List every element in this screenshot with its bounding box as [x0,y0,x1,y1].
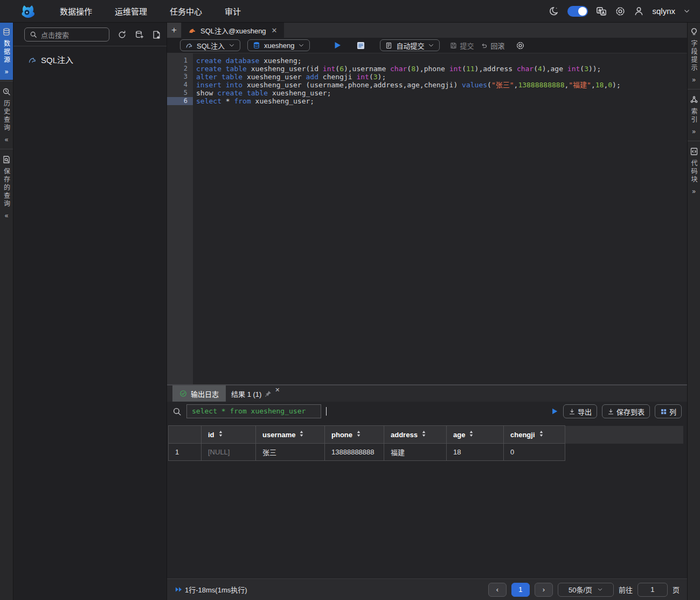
rail-item-保存的查询[interactable]: 保存的查询« [0,150,13,224]
table-cell[interactable]: 18 [447,444,504,461]
language-switch-icon[interactable] [596,6,607,17]
table-cell[interactable]: 张三 [256,444,325,461]
column-header-label: phone [331,431,352,439]
pin-icon[interactable] [265,390,272,397]
column-header-age[interactable]: age [447,426,504,444]
table-cell[interactable]: 13888888888 [325,444,384,461]
editor-gutter: 123456 [167,53,193,384]
rail-item-索引[interactable]: 索引» [688,91,700,140]
topbar-menu-1[interactable]: 运维管理 [103,5,158,17]
table-row[interactable]: 1[NULL]张三13888888888福建180 [169,444,684,461]
goto-page-input[interactable]: 1 [637,583,668,597]
table-cell[interactable]: 1 [169,444,202,461]
column-header-phone[interactable]: phone [325,426,384,444]
table-cell[interactable]: 0 [504,444,565,461]
database-select[interactable]: xuesheng [247,39,310,51]
topbar-menu-2[interactable]: 任务中心 [158,5,213,17]
rail-collapse-arrow[interactable]: » [692,188,696,195]
sort-arrows-icon[interactable] [218,430,224,437]
column-header-username[interactable]: username [256,426,325,444]
rail-collapse-arrow[interactable]: « [5,212,9,219]
chevron-down-icon [597,587,603,592]
next-page-button[interactable]: › [535,583,553,597]
table-cell[interactable]: 福建 [384,444,447,461]
datasource-tree-item[interactable]: SQL注入 [13,46,167,65]
result-tab-label: 结果 1 (1) [231,389,261,399]
sql-editor[interactable]: 123456 create database xuesheng;create t… [167,53,687,384]
column-header-address[interactable]: address [384,426,447,444]
rollback-button[interactable]: 回滚 [481,40,504,51]
mysql-dolphin-icon [28,56,37,64]
sort-arrows-icon[interactable] [356,430,362,437]
editor-settings-gear-icon[interactable] [516,41,525,50]
add-datasource-icon[interactable] [135,30,144,39]
rail-item-label: 历史查询 [2,100,11,132]
prev-page-button[interactable]: ‹ [488,583,507,597]
code-line: insert into xuesheng_user (username,phon… [196,81,687,89]
rail-collapse-arrow[interactable]: » [692,76,696,84]
table-cell[interactable]: [NULL] [202,444,256,461]
user-avatar-icon[interactable] [634,6,644,16]
rail-item-字段提示[interactable]: 字段提示» [688,23,700,88]
rail-divider [688,141,700,141]
result-table[interactable]: idusernamephoneaddressagechengji 1[NULL]… [168,425,683,461]
rail-divider [688,89,700,89]
results-panel: 输出日志 结果 1 (1) ✕ select * from xuesheng_u… [167,384,687,600]
editor-code[interactable]: create database xuesheng;create table xu… [193,53,687,384]
editor-toolbar: SQL注入 xuesheng 自动提交 提交 [167,38,687,53]
commit-mode-value: 自动提交 [396,40,424,51]
theme-toggle[interactable] [567,6,588,17]
sort-arrows-icon[interactable] [468,430,474,437]
user-menu-chevron-down-icon[interactable] [683,8,690,15]
page-size-select[interactable]: 50条/页 [558,583,614,597]
tree-search-input[interactable]: 点击搜索 [24,27,109,42]
sort-arrows-icon[interactable] [299,430,304,437]
execution-plan-icon[interactable] [356,41,365,50]
rail-item-数据源[interactable]: 数据源» [0,23,13,80]
code-line: show create table xuesheng_user; [196,89,687,97]
save-to-table-button[interactable]: 保存到表 [602,404,650,418]
output-log-tab[interactable]: 输出日志 [172,385,226,402]
search-placeholder: 点击搜索 [41,30,69,40]
editor-tab-active[interactable]: SQL注入@xuesheng ✕ [182,23,284,38]
sort-arrows-icon[interactable] [538,430,544,437]
export-button[interactable]: 导出 [563,404,597,418]
sort-arrows-icon[interactable] [421,430,427,437]
rail-item-label: 数据源 [2,40,11,64]
settings-gear-icon[interactable] [615,6,626,17]
commit-mode-select[interactable]: 自动提交 [380,39,440,51]
column-header-id[interactable]: id [202,426,256,444]
filter-run-button[interactable] [551,408,558,415]
save-to-table-label: 保存到表 [616,406,644,417]
topbar-menu-0[interactable]: 数据操作 [48,5,103,17]
new-query-file-icon[interactable] [152,30,161,39]
rail-item-历史查询[interactable]: 历史查询« [0,82,13,148]
result-grid-area: idusernamephoneaddressagechengji 1[NULL]… [167,421,687,578]
column-header-label: chengji [510,431,535,439]
topbar-menu-3[interactable]: 审计 [213,5,252,17]
rail-item-代码块[interactable]: 代码块» [688,142,700,199]
tab-close-icon[interactable]: ✕ [272,26,278,35]
database-blue-icon [253,42,260,49]
new-tab-button[interactable]: + [167,23,182,38]
result-tab[interactable]: 结果 1 (1) ✕ [226,385,286,402]
rail-collapse-arrow[interactable]: « [5,136,9,143]
code-line: select * from xuesheng_user; [196,97,687,105]
current-page-button[interactable]: 1 [511,583,530,597]
rail-collapse-arrow[interactable]: » [692,128,696,135]
row-filler [565,444,684,461]
rail-divider [0,149,13,149]
connection-select[interactable]: SQL注入 [180,39,240,51]
result-tab-close-icon[interactable]: ✕ [275,387,280,394]
history-search-icon [2,87,11,96]
column-header-chengji[interactable]: chengji [504,426,565,444]
database-icon [2,27,11,36]
result-status-bar: 1行-18ms(1ms执行) ‹ 1 › 50条/页 前往 1 页 [167,578,687,600]
rail-collapse-arrow[interactable]: » [5,68,9,75]
username-label[interactable]: sqlynx [652,6,675,16]
result-filter-input[interactable] [326,404,546,418]
chevron-down-icon [228,42,235,49]
columns-button[interactable]: 列 [655,404,682,418]
run-button[interactable] [333,41,342,50]
refresh-icon[interactable] [117,30,127,39]
